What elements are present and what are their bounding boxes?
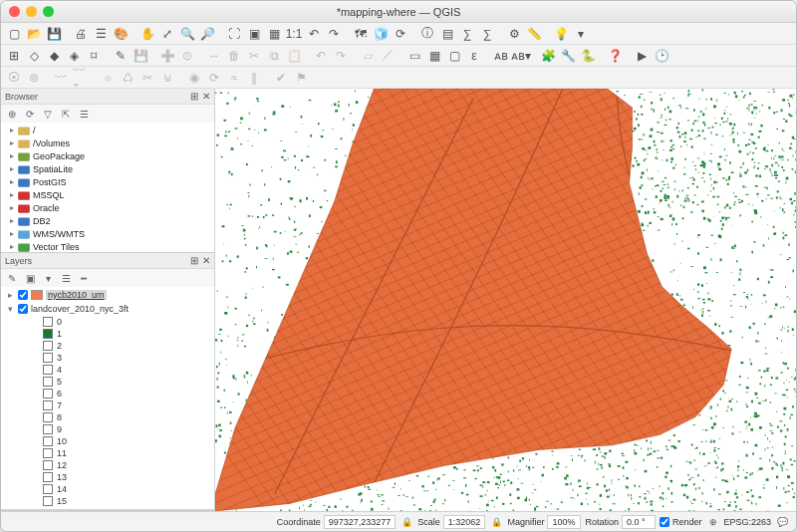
new-spatialite-button[interactable]: ◈	[65, 47, 83, 65]
legend-item[interactable]: 2	[3, 340, 214, 352]
new-geopackage-button[interactable]: ◇	[25, 47, 43, 65]
help-button[interactable]: ❓	[606, 47, 624, 65]
browser-item[interactable]: ▸Vector Tiles	[3, 240, 214, 252]
field-calc-button[interactable]: ∑	[458, 25, 476, 43]
browser-item[interactable]: ▸/	[3, 124, 214, 136]
zoom-full-button[interactable]: ⛶	[225, 25, 243, 43]
edit-toggle-button[interactable]: ✎	[112, 47, 130, 65]
style-manager-button[interactable]: 🎨	[112, 25, 130, 43]
browser-item[interactable]: ▸/Volumes	[3, 136, 214, 149]
zoom-selection-button[interactable]: ▣	[245, 25, 263, 43]
remove-icon[interactable]: ━	[77, 271, 91, 285]
browser-item[interactable]: ▸Oracle	[3, 201, 214, 214]
scale-lock-icon[interactable]: 🔒	[399, 514, 414, 529]
layer-visibility-checkbox[interactable]	[18, 304, 28, 314]
browser-dock-icon[interactable]: ⊞	[190, 91, 198, 102]
browser-item[interactable]: ▸MSSQL	[3, 188, 214, 201]
legend-item[interactable]: 10	[3, 435, 214, 447]
zoom-native-button[interactable]: 1:1	[285, 25, 303, 43]
legend-item[interactable]: 11	[3, 447, 214, 459]
new-shapefile-button[interactable]: ◆	[45, 47, 63, 65]
pan-to-selection-button[interactable]: ⤢	[158, 25, 176, 43]
layout-manager-button[interactable]: ☰	[92, 25, 110, 43]
magnifier-lock-icon[interactable]: 🔒	[489, 514, 504, 529]
select-features-button[interactable]: ▭	[405, 47, 423, 65]
group-icon[interactable]: ☰	[59, 271, 73, 285]
select-by-expr-button[interactable]: ε	[465, 47, 483, 65]
browser-panel-header[interactable]: Browser ⊞ ✕	[1, 89, 214, 105]
rotation-value[interactable]: 0.0 °	[622, 515, 656, 529]
open-project-button[interactable]: 📂	[25, 25, 43, 43]
legend-item[interactable]: 1	[3, 328, 214, 340]
identify-button[interactable]: ⓘ	[418, 25, 436, 43]
pan-button[interactable]: ✋	[138, 25, 156, 43]
collapse-icon[interactable]: ⇱	[59, 107, 73, 121]
zoom-layer-button[interactable]: ▦	[265, 25, 283, 43]
coord-value[interactable]: 997327,233277	[324, 515, 397, 529]
processing-run-button[interactable]: ▶	[633, 47, 651, 65]
show-tips-button[interactable]: ▾	[572, 25, 590, 43]
measure-button[interactable]: 📏	[525, 25, 543, 43]
attributes-button[interactable]: ▤	[438, 25, 456, 43]
browser-item[interactable]: ▸PostGIS	[3, 175, 214, 188]
legend-item[interactable]: 15	[3, 495, 214, 507]
deselect-all-button[interactable]: ▢	[445, 47, 463, 65]
new-3d-view-button[interactable]: 🧊	[372, 25, 390, 43]
new-project-button[interactable]: ▢	[5, 25, 23, 43]
select-by-value-button[interactable]: ▦	[425, 47, 443, 65]
zoom-out-button[interactable]: 🔎	[198, 25, 216, 43]
map-canvas[interactable]	[215, 89, 796, 511]
filter-layer-icon[interactable]: ▣	[23, 271, 37, 285]
crs-icon[interactable]: ⊕	[705, 514, 720, 529]
browser-item[interactable]: ▸GeoPackage	[3, 149, 214, 162]
filter-icon[interactable]: ▽	[41, 107, 55, 121]
browser-item[interactable]: ▸DB2	[3, 214, 214, 227]
layers-dock-icon[interactable]: ⊞	[190, 255, 198, 266]
browser-item[interactable]: ▸WMS/WMTS	[3, 227, 214, 240]
legend-item[interactable]: 0	[3, 316, 214, 328]
layers-close-icon[interactable]: ✕	[202, 255, 210, 266]
statistics-button[interactable]: ∑	[478, 25, 496, 43]
plugin-1-button[interactable]: 🧩	[539, 47, 557, 65]
layer-item[interactable]: ▾landcover_2010_nyc_3ft	[3, 302, 214, 316]
messages-icon[interactable]: 💬	[775, 514, 790, 529]
add-layer-icon[interactable]: ⊕	[5, 107, 19, 121]
legend-item[interactable]: 8	[3, 411, 214, 423]
render-checkbox[interactable]	[660, 517, 669, 527]
tips-button[interactable]: 💡	[552, 25, 570, 43]
browser-item[interactable]: ▸SpatiaLite	[3, 162, 214, 175]
plugin-2-button[interactable]: 🔧	[559, 47, 577, 65]
legend-item[interactable]: 7	[3, 399, 214, 411]
legend-item[interactable]: 12	[3, 459, 214, 471]
layer-item[interactable]: ▸nycb2010_um	[3, 288, 214, 302]
layers-panel-header[interactable]: Layers ⊞ ✕	[1, 253, 214, 269]
layers-tree[interactable]: ▸nycb2010_um▾landcover_2010_nyc_3ft01234…	[1, 287, 214, 509]
scale-value[interactable]: 1:32062	[443, 515, 486, 529]
label-tool-button[interactable]: ᴀʙ	[492, 47, 510, 65]
browser-tree[interactable]: ▸/▸/Volumes▸GeoPackage▸SpatiaLite▸PostGI…	[1, 123, 214, 252]
legend-item[interactable]: 9	[3, 423, 214, 435]
legend-item[interactable]: 3	[3, 352, 214, 364]
magnifier-value[interactable]: 100%	[547, 515, 581, 529]
zoom-last-button[interactable]: ↶	[305, 25, 323, 43]
properties-icon[interactable]: ☰	[77, 107, 91, 121]
style-icon[interactable]: ✎	[5, 271, 19, 285]
new-temp-button[interactable]: ⌑	[85, 47, 103, 65]
browser-close-icon[interactable]: ✕	[202, 91, 210, 102]
legend-item[interactable]: 4	[3, 364, 214, 376]
layer-visibility-checkbox[interactable]	[18, 290, 28, 300]
print-layout-button[interactable]: 🖨	[72, 25, 90, 43]
refresh-icon[interactable]: ⟳	[23, 107, 37, 121]
new-map-view-button[interactable]: 🗺	[352, 25, 370, 43]
processing-history-button[interactable]: 🕑	[653, 47, 670, 65]
open-data-source-button[interactable]: ⊞	[5, 47, 23, 65]
zoom-next-button[interactable]: ↷	[325, 25, 343, 43]
zoom-in-button[interactable]: 🔍	[178, 25, 196, 43]
legend-item[interactable]: 5	[3, 376, 214, 388]
label-config-button[interactable]: ᴀʙ▾	[512, 47, 530, 65]
legend-item[interactable]: 14	[3, 483, 214, 495]
legend-item[interactable]: 6	[3, 388, 214, 399]
toolbox-button[interactable]: ⚙	[505, 25, 523, 43]
refresh-view-button[interactable]: ⟳	[392, 25, 409, 43]
legend-item[interactable]: 13	[3, 471, 214, 483]
